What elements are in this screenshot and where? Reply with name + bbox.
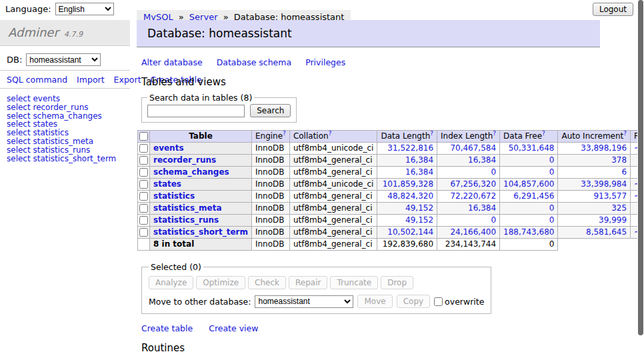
column-help-link[interactable]: ? bbox=[283, 130, 286, 137]
overwrite-checkbox[interactable] bbox=[434, 297, 443, 306]
selected-fieldset: Selected (0) AnalyzeOptimizeCheckRepairT… bbox=[141, 262, 491, 314]
sidebar-action-sql-command[interactable]: SQL command bbox=[7, 75, 67, 85]
column-help-link[interactable]: ? bbox=[493, 130, 496, 137]
create-table-link[interactable]: Create table bbox=[141, 323, 193, 333]
data-free-link[interactable]: 188,743,680 bbox=[503, 227, 554, 237]
move-button[interactable]: Move bbox=[357, 295, 392, 308]
column-help-link[interactable]: ? bbox=[329, 130, 332, 137]
auto-increment-cell: 39,999 bbox=[558, 215, 631, 227]
auto-increment-link[interactable]: 39,999 bbox=[599, 215, 627, 225]
table-row-schema-changes: schema_changesInnoDButf8mb4_general_ci16… bbox=[138, 167, 644, 179]
check-button[interactable]: Check bbox=[248, 276, 286, 289]
data-free-link[interactable]: 0 bbox=[549, 167, 555, 177]
table-name-link[interactable]: states bbox=[153, 179, 181, 189]
auto-increment-link[interactable]: 33,898,196 bbox=[581, 143, 627, 153]
row-checkbox[interactable] bbox=[139, 168, 148, 177]
index-length-cell: 70,467,584 bbox=[437, 143, 500, 155]
truncate-button[interactable]: Truncate bbox=[330, 276, 378, 289]
table-name-cell: events bbox=[150, 143, 252, 155]
index-length-link[interactable]: 0 bbox=[491, 167, 496, 177]
index-length-link[interactable]: 70,467,584 bbox=[450, 143, 496, 153]
row-checkbox[interactable] bbox=[139, 144, 148, 153]
sidebar-select-statistics-meta[interactable]: select statistics_meta bbox=[7, 137, 123, 146]
data-length-link[interactable]: 101,859,328 bbox=[383, 179, 433, 189]
index-length-link[interactable]: 24,166,400 bbox=[450, 227, 496, 237]
data-free-link[interactable]: 104,857,600 bbox=[503, 179, 554, 189]
sidebar-action-import[interactable]: Import bbox=[77, 75, 105, 85]
adminer-logo[interactable]: Adminer bbox=[8, 25, 59, 39]
sidebar-select-recorder-runs[interactable]: select recorder_runs bbox=[7, 103, 123, 112]
table-name-link[interactable]: recorder_runs bbox=[153, 155, 216, 165]
data-free-link[interactable]: 0 bbox=[549, 203, 555, 213]
row-checkbox[interactable] bbox=[139, 156, 148, 165]
drop-button[interactable]: Drop bbox=[381, 276, 413, 289]
db-select[interactable]: homeassistant bbox=[26, 53, 101, 66]
search-input[interactable] bbox=[147, 105, 245, 117]
data-free-link[interactable]: 0 bbox=[549, 215, 555, 225]
search-button[interactable]: Search bbox=[250, 104, 291, 117]
auto-increment-link[interactable]: 913,577 bbox=[593, 191, 627, 201]
help-sup: ? bbox=[623, 130, 627, 137]
privileges-link[interactable]: Privileges bbox=[305, 57, 345, 67]
auto-increment-link[interactable]: 378 bbox=[611, 155, 627, 165]
table-name-link[interactable]: statistics_runs bbox=[153, 215, 219, 225]
data-length-link[interactable]: 49,152 bbox=[405, 215, 433, 225]
auto-increment-link[interactable]: 8,581,645 bbox=[586, 227, 627, 237]
row-checkbox[interactable] bbox=[139, 180, 148, 189]
routines-heading: Routines bbox=[141, 342, 610, 354]
sidebar-select-events[interactable]: select events bbox=[7, 95, 123, 103]
row-checkbox[interactable] bbox=[139, 216, 148, 225]
data-free-cell: 188,743,680 bbox=[500, 227, 558, 239]
table-name-link[interactable]: statistics_meta bbox=[153, 203, 222, 213]
index-length-link[interactable]: 72,220,672 bbox=[450, 191, 496, 201]
optimize-button[interactable]: Optimize bbox=[196, 276, 245, 289]
help-sup: ? bbox=[430, 130, 433, 137]
data-length-link[interactable]: 49,152 bbox=[405, 203, 433, 213]
data-length-link[interactable]: 48,824,320 bbox=[387, 191, 433, 201]
index-length-cell: 0 bbox=[437, 167, 500, 179]
data-length-link[interactable]: 16,384 bbox=[405, 155, 433, 165]
database-schema-link[interactable]: Database schema bbox=[217, 57, 291, 67]
auto-increment-link[interactable]: 6 bbox=[621, 167, 627, 177]
move-db-select[interactable]: homeassistant bbox=[255, 295, 353, 308]
data-length-link[interactable]: 10,502,144 bbox=[387, 227, 433, 237]
index-length-link[interactable]: 16,384 bbox=[468, 155, 496, 165]
data-length-link[interactable]: 31,522,816 bbox=[387, 143, 433, 153]
scrollbar[interactable] bbox=[637, 0, 644, 362]
help-sup: ? bbox=[283, 130, 286, 137]
data-length-link[interactable]: 16,384 bbox=[405, 167, 433, 177]
logout-button[interactable]: Logout bbox=[593, 3, 633, 16]
analyze-button[interactable]: Analyze bbox=[149, 276, 193, 289]
alter-database-link[interactable]: Alter database bbox=[141, 57, 203, 67]
table-name-link[interactable]: statistics bbox=[153, 191, 195, 201]
table-name-link[interactable]: schema_changes bbox=[153, 167, 229, 177]
select-all-checkbox[interactable] bbox=[139, 132, 148, 141]
table-name-link[interactable]: statistics_short_term bbox=[153, 227, 248, 237]
index-length-cell: 72,220,672 bbox=[437, 191, 500, 203]
index-length-link[interactable]: 16,384 bbox=[468, 203, 496, 213]
copy-button[interactable]: Copy bbox=[397, 295, 430, 308]
index-length-link[interactable]: 0 bbox=[491, 215, 496, 225]
language-select[interactable]: English bbox=[55, 3, 114, 15]
row-checkbox[interactable] bbox=[139, 204, 148, 213]
table-total-row: 8 in totalInnoDButf8mb4_general_ci192,83… bbox=[138, 239, 644, 251]
index-length-link[interactable]: 67,256,320 bbox=[450, 179, 496, 189]
data-free-link[interactable]: 6,291,456 bbox=[513, 191, 554, 201]
column-help-link[interactable]: ? bbox=[542, 130, 545, 137]
data-free-link[interactable]: 0 bbox=[549, 155, 555, 165]
auto-increment-link[interactable]: 325 bbox=[611, 203, 627, 213]
sidebar-select-statistics-short-term[interactable]: select statistics_short_term bbox=[7, 155, 123, 163]
row-checkbox[interactable] bbox=[139, 228, 148, 237]
move-row: Move to other database: homeassistant Mo… bbox=[149, 295, 484, 308]
repair-button[interactable]: Repair bbox=[289, 276, 327, 289]
column-help-link[interactable]: ? bbox=[430, 130, 433, 137]
row-checkbox[interactable] bbox=[139, 192, 148, 201]
table-name-link[interactable]: events bbox=[153, 143, 184, 153]
column-help-link[interactable]: ? bbox=[623, 130, 627, 137]
scrollbar-thumb[interactable] bbox=[638, 0, 643, 335]
collation-cell: utf8mb4_unicode_ci bbox=[289, 143, 377, 155]
data-free-link[interactable]: 50,331,648 bbox=[509, 143, 555, 153]
auto-increment-link[interactable]: 33,398,984 bbox=[581, 179, 627, 189]
sidebar-select-statistics-runs[interactable]: select statistics_runs bbox=[7, 146, 123, 155]
create-view-link[interactable]: Create view bbox=[209, 323, 258, 333]
